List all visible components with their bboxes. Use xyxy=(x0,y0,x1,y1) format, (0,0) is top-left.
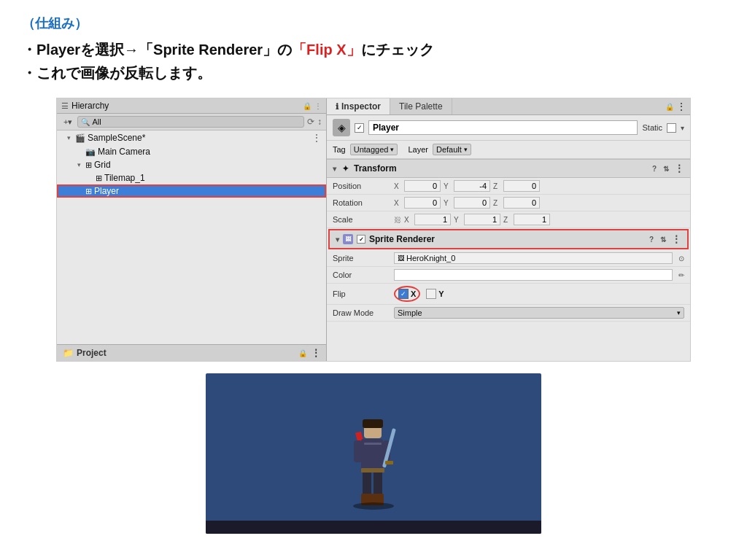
static-checkbox[interactable] xyxy=(667,123,676,133)
sr-expand-arrow[interactable]: ▾ xyxy=(336,236,339,244)
sr-settings-icon[interactable]: ⇅ xyxy=(660,236,666,244)
inspector-content: ◈ ✓ Static ▾ Tag Untagged ▾ Layer xyxy=(327,115,690,361)
subtitle-label: （仕組み） xyxy=(22,15,725,32)
grid-label: Grid xyxy=(94,160,111,170)
sprite-renderer-header: ▾ 🖼 ✓ Sprite Renderer ? ⇅ ⋮ xyxy=(328,229,689,249)
go-active-checkbox[interactable]: ✓ xyxy=(355,123,364,133)
page-container: （仕組み） ・Playerを選択→「Sprite Renderer」の「Flip… xyxy=(22,15,725,534)
tree-item-tilemap[interactable]: ⊞ Tilemap_1 xyxy=(57,171,326,184)
position-label: Position xyxy=(333,182,391,190)
hierarchy-search-box[interactable]: 🔍 All xyxy=(77,116,304,128)
hierarchy-lock-icon[interactable]: 🔒 xyxy=(303,102,311,110)
screenshot-container: ☰ Hierarchy 🔒 ⋮ +▾ 🔍 All ⟳ ↕ xyxy=(56,98,691,362)
sr-icon: 🖼 xyxy=(343,234,353,244)
inspector-panel: ℹ Inspector Tile Palette 🔒 ⋮ ◈ ✓ Static xyxy=(327,98,690,361)
static-label: Static xyxy=(642,123,662,132)
scale-y-field[interactable] xyxy=(464,214,500,225)
rot-z-axis: Z xyxy=(493,199,500,207)
camera-icon: 📷 xyxy=(85,147,96,157)
pos-x-field[interactable] xyxy=(404,180,441,192)
go-header: ◈ ✓ Static ▾ xyxy=(327,115,690,141)
transform-header: ▾ ✦ Transform ? ⇅ ⋮ xyxy=(327,159,690,178)
scale-lock-icon[interactable]: ⛓ xyxy=(394,216,401,224)
svg-rect-13 xyxy=(364,443,382,445)
sr-help-icon[interactable]: ? xyxy=(649,236,654,244)
hierarchy-header-left: ☰ Hierarchy xyxy=(61,101,109,111)
inspector-header: ℹ Inspector Tile Palette 🔒 ⋮ xyxy=(327,98,690,115)
rot-x-axis: X xyxy=(394,199,401,207)
color-label: Color xyxy=(333,271,391,279)
folder-icon: 📁 xyxy=(63,348,74,358)
rotation-label: Rotation xyxy=(333,198,391,207)
flip-label: Flip xyxy=(333,289,391,298)
draw-mode-dropdown[interactable]: Simple ▾ xyxy=(394,307,684,319)
tag-dropdown[interactable]: Untagged ▾ xyxy=(350,144,398,155)
hierarchy-add-button[interactable]: +▾ xyxy=(61,117,74,128)
scale-x-field[interactable] xyxy=(414,214,451,225)
bullet1-prefix: ・Playerを選択→「Sprite Renderer」の xyxy=(22,42,292,58)
pos-y-field[interactable] xyxy=(454,180,490,192)
scale-x-axis: X xyxy=(404,216,411,224)
search-icon: 🔍 xyxy=(81,118,90,126)
hierarchy-title: Hierarchy xyxy=(71,101,109,111)
pos-y-axis: Y xyxy=(444,182,451,190)
transform-menu-icon[interactable]: ⋮ xyxy=(674,163,684,174)
tree-item-camera[interactable]: 📷 Main Camera xyxy=(57,145,326,158)
scale-label: Scale xyxy=(333,215,391,224)
inspector-tab-label: Inspector xyxy=(341,101,381,112)
scene-dots-menu[interactable]: ⋮ xyxy=(311,132,322,144)
hierarchy-panel: ☰ Hierarchy 🔒 ⋮ +▾ 🔍 All ⟳ ↕ xyxy=(57,98,327,361)
inspector-lock-icon[interactable]: 🔒 xyxy=(665,103,674,111)
character-sprite xyxy=(326,395,421,526)
rot-x-field[interactable] xyxy=(404,197,441,209)
transform-settings-icon[interactable]: ⇅ xyxy=(663,165,669,173)
tilemap-icon: ⊞ xyxy=(96,174,102,183)
grid-collapse-arrow: ▾ xyxy=(77,161,83,168)
game-preview xyxy=(206,373,541,534)
sprite-select-icon[interactable]: ⊙ xyxy=(678,254,684,262)
rotation-row: Rotation X Y Z xyxy=(327,195,690,211)
pos-x-axis: X xyxy=(394,182,401,190)
scale-z-field[interactable] xyxy=(514,214,550,225)
rot-y-field[interactable] xyxy=(454,197,490,209)
hierarchy-sort-icon[interactable]: ↕ xyxy=(317,117,322,127)
tree-item-grid[interactable]: ▾ ⊞ Grid xyxy=(57,158,326,171)
sr-menu-icon[interactable]: ⋮ xyxy=(671,233,681,245)
tab-inspector[interactable]: ℹ Inspector xyxy=(327,98,390,114)
color-field[interactable] xyxy=(394,269,673,281)
hierarchy-options-icon[interactable]: ⋮ xyxy=(314,102,322,110)
transform-help-icon[interactable]: ? xyxy=(652,165,657,173)
bullet-line-2: ・これで画像が反転します。 xyxy=(22,61,725,85)
color-row: Color ✏ xyxy=(327,267,690,284)
tree-item-scene[interactable]: ▾ 🎬 SampleScene* ⋮ xyxy=(57,131,326,145)
flip-x-checkbox[interactable]: ✓ xyxy=(398,289,409,299)
sr-active-checkbox[interactable]: ✓ xyxy=(357,235,365,244)
player-label: Player xyxy=(94,186,119,196)
rot-z-field[interactable] xyxy=(503,197,540,209)
pos-z-axis: Z xyxy=(493,182,500,190)
tile-palette-tab-label: Tile Palette xyxy=(399,101,443,112)
draw-mode-label: Draw Mode xyxy=(333,308,391,317)
project-bar-left: 📁 Project xyxy=(63,348,107,358)
pos-z-field[interactable] xyxy=(503,180,540,192)
project-lock-icon[interactable]: 🔒 xyxy=(298,349,307,357)
go-name-field[interactable] xyxy=(368,120,638,135)
draw-mode-value: Simple xyxy=(398,308,675,317)
bullet-line-1: ・Playerを選択→「Sprite Renderer」の「Flip X」にチェ… xyxy=(22,38,725,61)
hierarchy-header: ☰ Hierarchy 🔒 ⋮ xyxy=(57,98,326,114)
flip-y-checkbox[interactable] xyxy=(426,289,436,299)
svg-point-14 xyxy=(353,502,394,510)
transform-label: Transform xyxy=(354,163,397,174)
layer-dropdown[interactable]: Default ▾ xyxy=(433,144,471,155)
transform-expand-arrow[interactable]: ▾ xyxy=(333,165,336,173)
hierarchy-header-right: 🔒 ⋮ xyxy=(303,102,322,110)
tab-tile-palette[interactable]: Tile Palette xyxy=(390,98,452,114)
static-dropdown-arrow[interactable]: ▾ xyxy=(681,124,684,132)
camera-label: Main Camera xyxy=(98,147,150,157)
color-picker-icon[interactable]: ✏ xyxy=(678,271,684,279)
sprite-field: 🖼 HeroKnight_0 xyxy=(394,252,673,264)
tree-item-player[interactable]: ⊞ Player xyxy=(57,184,326,198)
project-options-icon[interactable]: ⋮ xyxy=(311,348,320,358)
inspector-options-icon[interactable]: ⋮ xyxy=(677,101,686,112)
hierarchy-refresh-icon[interactable]: ⟳ xyxy=(307,117,314,127)
